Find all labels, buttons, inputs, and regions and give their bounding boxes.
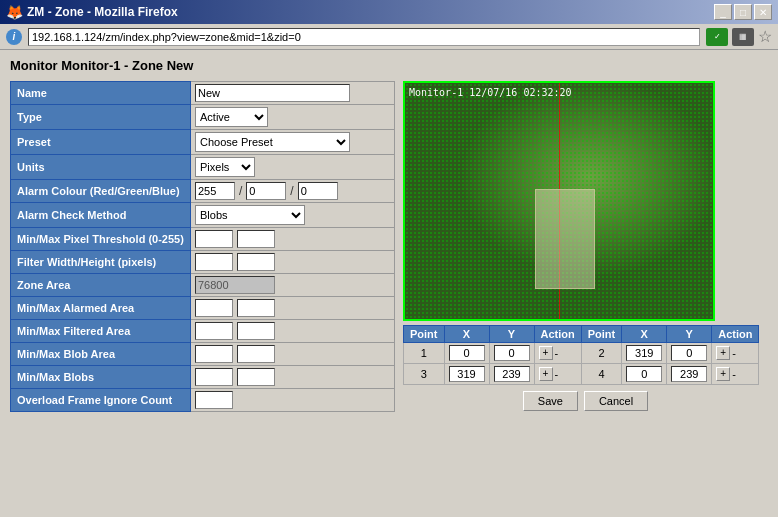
zone-area-row: Zone Area xyxy=(11,274,395,297)
pixel-threshold-max-input[interactable] xyxy=(237,230,275,248)
filtered-area-label: Min/Max Filtered Area xyxy=(11,320,191,343)
close-button[interactable]: ✕ xyxy=(754,4,772,20)
address-input[interactable] xyxy=(28,28,700,46)
point-2-x[interactable] xyxy=(626,345,662,361)
address-bar: i ✓ ▦ ☆ xyxy=(0,24,778,50)
col-action-1: Action xyxy=(534,326,581,343)
save-button[interactable]: Save xyxy=(523,391,578,411)
point-2-plus-btn[interactable]: + xyxy=(716,346,730,360)
units-select[interactable]: Pixels Percent xyxy=(195,157,255,177)
filter-wh-row: Filter Width/Height (pixels) xyxy=(11,251,395,274)
blob-area-min-input[interactable] xyxy=(195,345,233,363)
content-area: Name Type Active Inclusive Exclusive Pre… xyxy=(10,81,768,412)
point-1-y[interactable] xyxy=(494,345,530,361)
name-label: Name xyxy=(11,82,191,105)
col-point-1: Point xyxy=(404,326,445,343)
col-x-1: X xyxy=(444,326,489,343)
alarmed-area-label: Min/Max Alarmed Area xyxy=(11,297,191,320)
close-icon: ✕ xyxy=(759,7,767,18)
alarm-colour-r-input[interactable] xyxy=(195,182,235,200)
point-3-y[interactable] xyxy=(494,366,530,382)
blob-area-max-input[interactable] xyxy=(237,345,275,363)
point-4: 4 xyxy=(581,364,622,385)
alarm-colour-b-input[interactable] xyxy=(298,182,338,200)
units-label: Units xyxy=(11,155,191,180)
points-table-wrapper: Point X Y Action Point X Y Action 1 xyxy=(403,325,768,411)
alarm-check-select[interactable]: AlarmedPixels FilteredPixels Blobs xyxy=(195,205,305,225)
qr-icon: ▦ xyxy=(732,28,754,46)
pixel-threshold-min-input[interactable] xyxy=(195,230,233,248)
alarm-colour-g-input[interactable] xyxy=(246,182,286,200)
point-2-y[interactable] xyxy=(671,345,707,361)
point-2-actions: + - xyxy=(716,346,754,360)
overload-input[interactable] xyxy=(195,391,233,409)
camera-overlay-text: Monitor-1 12/07/16 02:32:20 xyxy=(409,87,572,98)
alarm-colour-inputs: / / xyxy=(195,182,390,200)
maximize-button[interactable]: □ xyxy=(734,4,752,20)
point-1-x[interactable] xyxy=(449,345,485,361)
point-3-plus-btn[interactable]: + xyxy=(539,367,553,381)
title-bar: 🦊 ZM - Zone - Mozilla Firefox _ □ ✕ xyxy=(0,0,778,24)
blobs-label: Min/Max Blobs xyxy=(11,366,191,389)
points-table: Point X Y Action Point X Y Action 1 xyxy=(403,325,759,385)
blobs-row: Min/Max Blobs xyxy=(11,366,395,389)
blob-area-label: Min/Max Blob Area xyxy=(11,343,191,366)
point-4-y[interactable] xyxy=(671,366,707,382)
blobs-min-input[interactable] xyxy=(195,368,233,386)
alarmed-area-max-input[interactable] xyxy=(237,299,275,317)
filter-h-input[interactable] xyxy=(237,253,275,271)
overload-row: Overload Frame Ignore Count xyxy=(11,389,395,412)
maximize-icon: □ xyxy=(740,7,746,18)
filtered-area-min-input[interactable] xyxy=(195,322,233,340)
shield-icon: ✓ xyxy=(706,28,728,46)
col-y-1: Y xyxy=(489,326,534,343)
filtered-area-max-input[interactable] xyxy=(237,322,275,340)
window-title: ZM - Zone - Mozilla Firefox xyxy=(27,5,178,19)
point-1-actions: + - xyxy=(539,346,577,360)
pixel-threshold-row: Min/Max Pixel Threshold (0-255) xyxy=(11,228,395,251)
alarmed-area-row: Min/Max Alarmed Area xyxy=(11,297,395,320)
units-row: Units Pixels Percent xyxy=(11,155,395,180)
col-y-2: Y xyxy=(667,326,712,343)
point-3-actions: + - xyxy=(539,367,577,381)
minimize-icon: _ xyxy=(720,7,726,18)
point-2: 2 xyxy=(581,343,622,364)
preset-select[interactable]: Choose Preset xyxy=(195,132,350,152)
point-4-x[interactable] xyxy=(626,366,662,382)
type-row: Type Active Inclusive Exclusive Preclusi… xyxy=(11,105,395,130)
point-3: 3 xyxy=(404,364,445,385)
point-4-plus-btn[interactable]: + xyxy=(716,367,730,381)
minimize-button[interactable]: _ xyxy=(714,4,732,20)
name-input[interactable] xyxy=(195,84,350,102)
image-panel: Monitor-1 12/07/16 02:32:20 Point X Y Ac… xyxy=(403,81,768,412)
form-table: Name Type Active Inclusive Exclusive Pre… xyxy=(10,81,395,412)
col-point-2: Point xyxy=(581,326,622,343)
point-1: 1 xyxy=(404,343,445,364)
info-icon: i xyxy=(6,29,22,45)
zone-area-input xyxy=(195,276,275,294)
type-label: Type xyxy=(11,105,191,130)
bookmark-icon[interactable]: ☆ xyxy=(758,27,772,46)
alarm-check-label: Alarm Check Method xyxy=(11,203,191,228)
page-title: Monitor Monitor-1 - Zone New xyxy=(10,58,768,73)
name-row: Name xyxy=(11,82,395,105)
alarmed-area-min-input[interactable] xyxy=(195,299,233,317)
point-3-x[interactable] xyxy=(449,366,485,382)
col-action-2: Action xyxy=(712,326,759,343)
filter-wh-label: Filter Width/Height (pixels) xyxy=(11,251,191,274)
form-panel: Name Type Active Inclusive Exclusive Pre… xyxy=(10,81,395,412)
point-1-plus-btn[interactable]: + xyxy=(539,346,553,360)
alarm-check-row: Alarm Check Method AlarmedPixels Filtere… xyxy=(11,203,395,228)
blob-area-row: Min/Max Blob Area xyxy=(11,343,395,366)
browser-icon: 🦊 xyxy=(6,4,23,20)
main-content: Monitor Monitor-1 - Zone New Name Type A… xyxy=(0,50,778,420)
alarm-colour-label: Alarm Colour (Red/Green/Blue) xyxy=(11,180,191,203)
filter-w-input[interactable] xyxy=(195,253,233,271)
preset-label: Preset xyxy=(11,130,191,155)
point-4-actions: + - xyxy=(716,367,754,381)
table-row: 3 + - 4 xyxy=(404,364,759,385)
cancel-button[interactable]: Cancel xyxy=(584,391,648,411)
overload-label: Overload Frame Ignore Count xyxy=(11,389,191,412)
type-select[interactable]: Active Inclusive Exclusive Preclusive In… xyxy=(195,107,268,127)
blobs-max-input[interactable] xyxy=(237,368,275,386)
